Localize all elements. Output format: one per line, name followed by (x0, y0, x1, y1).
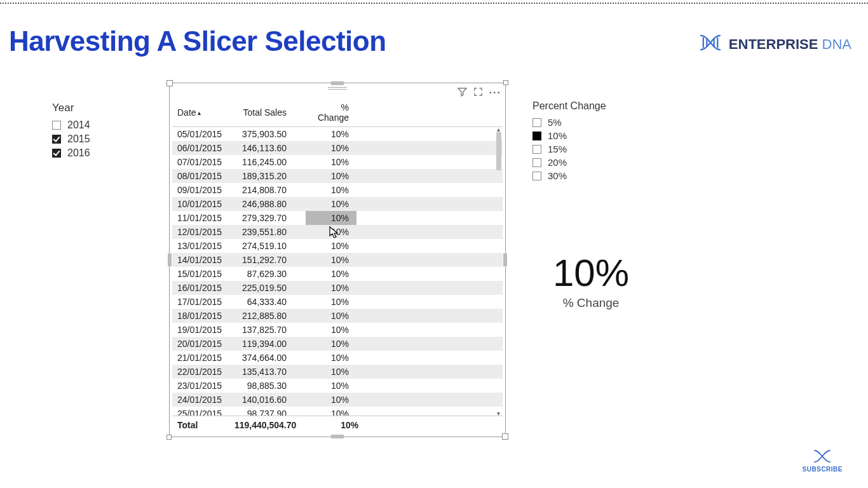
cell-sales: 375,903.50 (229, 127, 306, 141)
table-visual[interactable]: ··· Date Total Sales % Change 05/01/2015… (169, 83, 506, 437)
cell-date: 18/01/2015 (172, 309, 229, 323)
column-header-percent-change[interactable]: % Change (306, 100, 356, 127)
top-divider (0, 3, 868, 4)
resize-handle[interactable] (166, 435, 172, 440)
cell-sales: 87,629.30 (229, 267, 306, 281)
resize-handle[interactable] (168, 254, 172, 266)
percent-slicer-item[interactable]: 10% (532, 129, 660, 142)
table-row[interactable]: 22/01/2015 135,413.70 10% (172, 365, 503, 379)
table-row[interactable]: 19/01/2015 137,825.70 10% (172, 323, 503, 337)
cell-change: 10% (306, 407, 356, 416)
cell-sales: 225,019.50 (229, 281, 306, 295)
table-row[interactable]: 07/01/2015 116,245.00 10% (172, 155, 503, 169)
subscribe-badge[interactable]: SUBSCRIBE (803, 448, 843, 473)
logo-text-2: DNA (822, 36, 851, 52)
cell-date: 17/01/2015 (172, 295, 229, 309)
cell-change: 10% (306, 253, 356, 267)
slicer-item-label: 30% (548, 170, 567, 181)
table-row[interactable]: 11/01/2015 279,329.70 10% (172, 211, 503, 225)
focus-mode-icon[interactable] (473, 87, 483, 98)
checkbox-icon[interactable] (532, 172, 541, 180)
cell-date: 15/01/2015 (172, 267, 229, 281)
drag-handle-icon[interactable] (328, 87, 347, 90)
percent-slicer-item[interactable]: 30% (532, 169, 660, 182)
percent-change-card: 10% % Change (553, 251, 629, 310)
table-row[interactable]: 24/01/2015 140,016.60 10% (172, 393, 503, 407)
slicer-item-label: 15% (548, 144, 567, 154)
cell-change: 10% (306, 183, 356, 197)
checkbox-icon[interactable] (532, 158, 541, 167)
cell-sales: 212,885.80 (229, 309, 306, 323)
scroll-thumb[interactable] (496, 132, 501, 170)
filter-icon[interactable] (458, 87, 467, 98)
cell-date: 12/01/2015 (172, 225, 229, 239)
scrollbar[interactable]: ▴ ▾ (495, 127, 501, 416)
table-row[interactable]: 17/01/2015 64,333.40 10% (172, 295, 503, 309)
cell-change: 10% (306, 351, 356, 365)
checkbox-icon[interactable] (532, 132, 541, 140)
cell-date: 22/01/2015 (172, 365, 229, 379)
cell-sales: 374,664.00 (229, 351, 306, 365)
table-row[interactable]: 15/01/2015 87,629.30 10% (172, 267, 503, 281)
percent-slicer-item[interactable]: 20% (532, 156, 660, 169)
resize-handle[interactable] (503, 80, 508, 85)
cell-sales: 140,016.60 (229, 393, 306, 407)
table-row[interactable]: 25/01/2015 98,737.90 10% (172, 407, 503, 416)
cell-change: 10% (306, 393, 356, 407)
table-row[interactable]: 18/01/2015 212,885.80 10% (172, 309, 503, 323)
cell-date: 24/01/2015 (172, 393, 229, 407)
cell-change: 10% (306, 379, 356, 393)
cell-change: 10% (306, 169, 356, 183)
logo-text-1: ENTERPRISE (729, 36, 818, 52)
cell-sales: 98,737.90 (229, 407, 306, 416)
dna-icon (698, 33, 722, 56)
cell-sales: 214,808.70 (229, 183, 306, 197)
cell-change: 10% (306, 127, 356, 141)
percent-change-slicer: Percent Change 5%10%15%20%30% (532, 100, 660, 182)
table-row[interactable]: 10/01/2015 246,988.80 10% (172, 197, 503, 211)
table-row[interactable]: 08/01/2015 189,315.20 10% (172, 169, 503, 183)
more-options-icon[interactable]: ··· (489, 87, 501, 98)
logo-text: ENTERPRISE DNA (729, 36, 851, 53)
column-header-total-sales[interactable]: Total Sales (229, 100, 306, 127)
column-header-date[interactable]: Date (172, 100, 229, 127)
table-row[interactable]: 06/01/2015 146,113.60 10% (172, 141, 503, 155)
checkbox-icon[interactable] (52, 121, 61, 130)
checkbox-icon[interactable] (532, 118, 541, 127)
cell-sales: 189,315.20 (229, 169, 306, 183)
cell-date: 14/01/2015 (172, 253, 229, 267)
checkbox-icon[interactable] (52, 149, 61, 158)
mouse-cursor-icon (329, 226, 339, 242)
table-row[interactable]: 05/01/2015 375,903.50 10% (172, 127, 503, 141)
cell-sales: 135,413.70 (229, 365, 306, 379)
checkbox-icon[interactable] (532, 145, 541, 154)
scroll-down-icon[interactable]: ▾ (495, 410, 501, 416)
cell-change: 10% (306, 267, 356, 281)
cell-date: 09/01/2015 (172, 183, 229, 197)
table-row[interactable]: 09/01/2015 214,808.70 10% (172, 183, 503, 197)
table-row[interactable]: 16/01/2015 225,019.50 10% (172, 281, 503, 295)
percent-slicer-title: Percent Change (532, 100, 660, 112)
visual-header-actions: ··· (458, 87, 501, 98)
cell-date: 05/01/2015 (172, 127, 229, 141)
cell-date: 10/01/2015 (172, 197, 229, 211)
table-row[interactable]: 20/01/2015 119,394.00 10% (172, 337, 503, 351)
table-row[interactable]: 14/01/2015 151,292.70 10% (172, 253, 503, 267)
table-row[interactable]: 23/01/2015 98,885.30 10% (172, 379, 503, 393)
checkbox-icon[interactable] (52, 135, 61, 144)
cell-date: 08/01/2015 (172, 169, 229, 183)
percent-slicer-item[interactable]: 15% (532, 142, 660, 156)
year-slicer-item[interactable]: 2016 (52, 146, 154, 160)
year-slicer-item[interactable]: 2014 (52, 118, 154, 132)
cell-date: 16/01/2015 (172, 281, 229, 295)
percent-slicer-item[interactable]: 5% (532, 116, 660, 129)
resize-handle[interactable] (503, 254, 507, 266)
card-value: 10% (553, 251, 629, 295)
resize-handle[interactable] (331, 81, 344, 85)
slicer-item-label: 2016 (67, 147, 90, 159)
resize-handle[interactable] (331, 435, 344, 438)
table-row[interactable]: 21/01/2015 374,664.00 10% (172, 351, 503, 365)
page-title: Harvesting A Slicer Selection (9, 25, 386, 57)
year-slicer-item[interactable]: 2015 (52, 132, 154, 146)
cell-change: 10% (306, 309, 356, 323)
